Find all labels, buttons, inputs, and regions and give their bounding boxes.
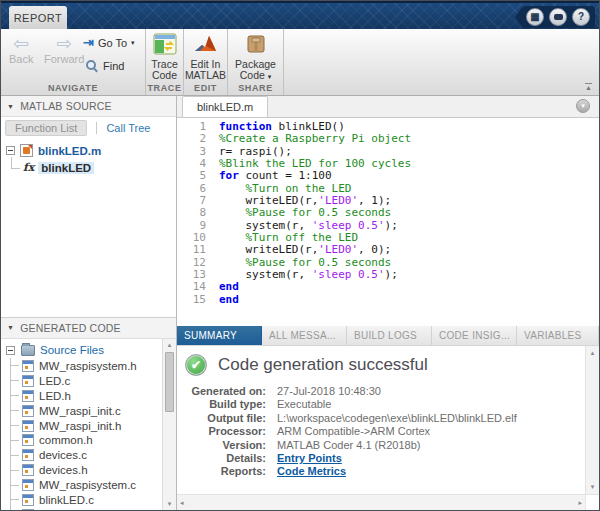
tree-item-generated-file[interactable]: MW_raspi_init.c [3, 403, 162, 418]
layout-grid-icon[interactable]: ▦ [526, 8, 544, 26]
tree-item-generated-file[interactable]: LED.h [3, 388, 162, 403]
generated-code-area: Source Files MW_raspisystem.hLED.cLED.hM… [1, 339, 176, 511]
tab-report[interactable]: REPORT [9, 6, 67, 29]
trace-code-button[interactable]: Trace Code [146, 33, 183, 81]
summary-row-value: 27-Jul-2018 10:48:30 [277, 385, 585, 398]
tree-connector [10, 358, 22, 373]
tree-item-generated-file[interactable]: common.h [3, 433, 162, 448]
tree-connector [10, 463, 22, 478]
chevron-down-icon: ▾ [268, 73, 272, 80]
forward-arrow-icon: ⇨ [44, 35, 84, 53]
summary-info-grid: Generated on:27-Jul-2018 10:48:30Build t… [184, 385, 585, 479]
tree-item-generated-file[interactable]: blinkLED.h [3, 507, 162, 510]
goto-button[interactable]: ⇥ Go To ▾ [83, 36, 135, 49]
folder-icon [21, 345, 35, 356]
tree-item-generated-file[interactable]: MW_raspisystem.c [3, 478, 162, 493]
result-tab-variables[interactable]: VARIABLES [517, 326, 599, 345]
package-code-button[interactable]: Package Code ▾ [228, 33, 283, 81]
forward-button[interactable]: ⇨ Forward [44, 35, 84, 65]
collapse-box-icon[interactable] [6, 346, 15, 355]
source-file-icon [22, 360, 34, 372]
scrollbar-corner [585, 495, 599, 510]
summary-row-value: Entry Points [277, 452, 585, 465]
tree-connector [10, 478, 22, 493]
line-number: 5 [177, 170, 206, 182]
summary-vertical-scrollbar[interactable]: ▴ ▾ [585, 346, 599, 494]
line-number: 15 [177, 294, 206, 306]
summary-row-value: MATLAB Coder 4.1 (R2018b) [277, 439, 585, 452]
tree-item-generated-file[interactable]: MW_raspisystem.h [3, 359, 162, 374]
summary-link[interactable]: Entry Points [277, 452, 342, 464]
summary-bottom-bar: ◂ ▸ [177, 494, 599, 510]
scroll-right-icon[interactable]: ▸ [578, 497, 582, 509]
summary-content: ✔ Code generation successful Generated o… [177, 346, 585, 494]
result-tab-all-messa[interactable]: ALL MESSA... [262, 326, 347, 345]
generated-code-header[interactable]: ▼ GENERATED CODE [1, 317, 176, 339]
tree-item-source-file[interactable]: blinkLED.m [3, 142, 174, 159]
tree-connector [10, 433, 22, 448]
tree-item-generated-file[interactable]: LED.c [3, 373, 162, 388]
help-icon[interactable]: ? [572, 8, 590, 26]
file-name: MW_raspisystem.h [39, 360, 137, 372]
matlab-file-icon [20, 144, 33, 157]
tree-connector [10, 507, 22, 510]
source-file-icon [22, 449, 34, 461]
tab-call-tree[interactable]: Call Tree [106, 122, 150, 134]
tree-item-source-files-root[interactable]: Source Files [3, 342, 162, 359]
ribbon-toolbar: ⇦ Back ⇨ Forward ⇥ Go To ▾ Find NAVIGATE [1, 29, 599, 96]
line-number: 2 [177, 133, 206, 145]
source-file-icon [22, 509, 34, 510]
code-viewer[interactable]: 1function blinkLED()2%Create a Raspberry… [177, 118, 599, 326]
tab-function-list[interactable]: Function List [5, 120, 87, 136]
code-line: 13 system(r, 'sleep 0.5'); [177, 269, 599, 281]
code-line: 14end [177, 281, 599, 293]
tree-connector [10, 448, 22, 463]
back-button[interactable]: ⇦ Back [9, 35, 33, 65]
file-name: devices.c [39, 449, 87, 461]
right-panel: blinkLED.m ▾ 1function blinkLED()2%Creat… [177, 96, 599, 510]
result-tab-code-insig[interactable]: CODE INSIG... [432, 326, 517, 345]
tab-options-icon[interactable]: ▾ [576, 99, 590, 113]
collapse-box-icon[interactable] [6, 146, 15, 155]
minimize-ribbon-icon[interactable]: ▲ [585, 83, 592, 91]
line-number: 11 [177, 244, 206, 256]
source-file-icon [22, 405, 34, 417]
result-tab-build-logs[interactable]: BUILD LOGS [347, 326, 432, 345]
scroll-down-icon[interactable]: ▾ [168, 498, 172, 510]
generated-tree-scrollbar[interactable]: ▴ ▾ [162, 339, 176, 511]
tree-connector [10, 492, 22, 507]
scroll-down-icon[interactable]: ▾ [591, 481, 595, 493]
matlab-source-header[interactable]: ▼ MATLAB SOURCE [1, 96, 176, 117]
line-number: 14 [177, 281, 206, 293]
scroll-up-icon[interactable]: ▴ [168, 339, 172, 351]
source-file-icon [22, 420, 34, 432]
file-name: LED.h [39, 390, 71, 402]
quick-access-toolbar: ▦ ? [523, 6, 595, 28]
file-name: blinkLED.c [39, 494, 94, 506]
tree-item-generated-file[interactable]: devices.c [3, 448, 162, 463]
tree-item-generated-file[interactable]: MW_raspi_init.h [3, 418, 162, 433]
result-tab-summary[interactable]: SUMMARY [177, 326, 262, 345]
tree-item-function[interactable]: fx blinkLED [3, 159, 174, 176]
source-file-icon [22, 375, 34, 387]
speech-bubble-icon [554, 14, 563, 20]
editor-tab-blinkled[interactable]: blinkLED.m [182, 96, 268, 117]
summary-row-label: Build type: [184, 398, 266, 411]
scrollbar-thumb[interactable] [165, 352, 174, 412]
tree-item-generated-file[interactable]: blinkLED.c [3, 493, 162, 508]
summary-horizontal-scrollbar[interactable]: ◂ ▸ [177, 495, 585, 510]
tree-connector [10, 418, 22, 433]
scroll-left-icon[interactable]: ◂ [180, 497, 184, 509]
scroll-up-icon[interactable]: ▴ [591, 347, 595, 359]
summary-link[interactable]: Code Metrics [277, 465, 346, 477]
find-button[interactable]: Find [85, 59, 124, 72]
collapse-triangle-icon: ▼ [7, 324, 14, 331]
function-fx-icon: fx [23, 161, 34, 174]
goto-icon: ⇥ [83, 36, 94, 49]
feedback-bubble-icon[interactable] [549, 8, 567, 26]
file-name: LED.c [39, 375, 70, 387]
edit-in-matlab-button[interactable]: Edit In MATLAB [184, 33, 227, 81]
source-file-icon [22, 464, 34, 476]
summary-row-value: ARM Compatible->ARM Cortex [277, 425, 585, 438]
tree-item-generated-file[interactable]: devices.h [3, 463, 162, 478]
